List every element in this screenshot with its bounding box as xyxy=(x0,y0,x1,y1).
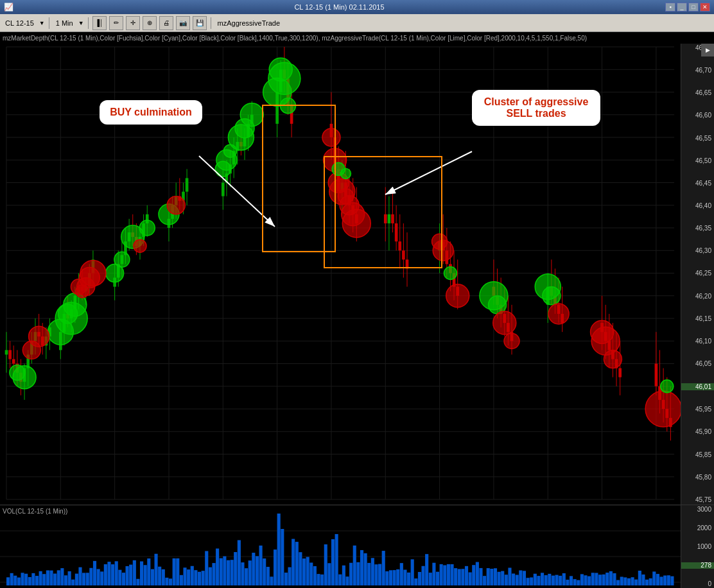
price-45-80: 45,80 xyxy=(681,474,714,481)
volume-axis: 3000 2000 1000 278 0 xyxy=(681,505,714,588)
zoom-button[interactable]: ⊕ xyxy=(143,16,157,30)
snapshot-button[interactable]: 📷 xyxy=(176,16,190,30)
toolbar-separator-1 xyxy=(49,17,49,29)
toolbar-separator-2 xyxy=(88,17,89,29)
dropdown-icon-2[interactable]: ▼ xyxy=(78,20,84,26)
restore-button[interactable]: ▪ xyxy=(665,3,675,12)
chart-area: BUY culmination Cluster of aggressive SE… xyxy=(0,44,714,505)
vol-1000: 1000 xyxy=(681,544,714,550)
toolbar: CL 12-15 ▼ 1 Min ▼ ▐│ ✏ ✛ ⊕ 🖨 📷 💾 mzAggr… xyxy=(0,14,714,32)
vol-3000: 3000 xyxy=(681,506,714,513)
price-46-05: 46,05 xyxy=(681,361,714,367)
indicator-label: mzAggressiveTrade xyxy=(215,19,283,28)
volume-panel: VOL(CL 12-15 (1 Min)) 3000 2000 1000 278… xyxy=(0,505,714,588)
sell-callout: Cluster of aggressive SELL trades xyxy=(472,90,600,126)
print-button[interactable]: 🖨 xyxy=(159,16,173,30)
volume-label: VOL(CL 12-15 (1 Min)) xyxy=(3,508,67,515)
scroll-right-button[interactable]: ▶ xyxy=(701,44,714,56)
price-46-10: 46,10 xyxy=(681,338,714,345)
window-title: CL 12-15 (1 Min) 02.11.2015 xyxy=(294,3,384,11)
window-controls[interactable]: ▪ _ □ ✕ xyxy=(665,3,710,12)
price-45-85: 45,85 xyxy=(681,452,714,458)
price-45-75: 45,75 xyxy=(681,497,714,503)
price-46-40: 46,40 xyxy=(681,203,714,209)
price-46-60: 46,60 xyxy=(681,112,714,119)
price-46-35: 46,35 xyxy=(681,225,714,232)
price-46-55: 46,55 xyxy=(681,135,714,142)
price-46-20: 46,20 xyxy=(681,293,714,300)
price-46-45: 46,45 xyxy=(681,180,714,187)
vol-0: 0 xyxy=(681,581,714,587)
price-46-65: 46,65 xyxy=(681,90,714,96)
title-bar: 📈 CL 12-15 (1 Min) 02.11.2015 ▪ _ □ ✕ xyxy=(0,0,714,14)
sell-highlight-rect xyxy=(324,156,442,268)
dropdown-icon[interactable]: ▼ xyxy=(39,20,45,26)
buy-callout: BUY culmination xyxy=(100,100,202,125)
close-button[interactable]: ✕ xyxy=(700,3,710,12)
price-45-90: 45,90 xyxy=(681,429,714,435)
indicator-bar: mzMarketDepth(CL 12-15 (1 Min),Color [Fu… xyxy=(0,32,714,44)
price-46-50: 46,50 xyxy=(681,158,714,164)
draw-button[interactable]: ✏ xyxy=(109,16,123,30)
crosshair-button[interactable]: ✛ xyxy=(126,16,140,30)
vol-278: 278 xyxy=(681,562,714,569)
price-46-30: 46,30 xyxy=(681,248,714,254)
save-button[interactable]: 💾 xyxy=(193,16,207,30)
maximize-button[interactable]: □ xyxy=(688,3,699,12)
timeframe-selector[interactable]: 1 Min xyxy=(53,19,76,28)
price-46-25: 46,25 xyxy=(681,270,714,277)
vol-2000: 2000 xyxy=(681,525,714,532)
app-icon: 📈 xyxy=(4,3,13,12)
bar-type-button[interactable]: ▐│ xyxy=(92,16,107,30)
price-45-95: 45,95 xyxy=(681,406,714,413)
minimize-button[interactable]: _ xyxy=(677,3,687,12)
toolbar-separator-3 xyxy=(211,17,211,29)
instrument-selector[interactable]: CL 12-15 xyxy=(3,19,37,28)
volume-canvas xyxy=(0,505,681,588)
price-46-15: 46,15 xyxy=(681,316,714,322)
price-46-70: 46,70 xyxy=(681,67,714,74)
indicator-text: mzMarketDepth(CL 12-15 (1 Min),Color [Fu… xyxy=(3,35,587,42)
price-current: 46,01 xyxy=(681,383,714,390)
price-axis: 46,75 46,70 46,65 46,60 46,55 46,50 46,4… xyxy=(681,44,714,505)
